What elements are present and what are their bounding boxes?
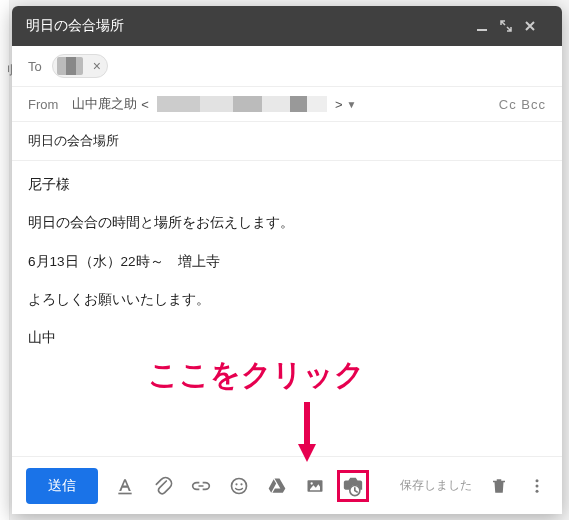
body-line: 明日の会合の時間と場所をお伝えします。: [28, 213, 546, 233]
sidebar-sliver: 刂: [0, 0, 10, 520]
body-line: 6月13日（水）22時～ 増上寺: [28, 252, 546, 272]
svg-point-9: [536, 484, 539, 487]
body-line: 山中: [28, 328, 546, 348]
minimize-icon[interactable]: [476, 20, 500, 32]
insert-emoji-icon[interactable]: [228, 475, 250, 497]
body-line: よろしくお願いいたします。: [28, 290, 546, 310]
to-row[interactable]: To ×: [12, 46, 562, 87]
compose-window: 明日の会合場所 To × From 山中鹿之助 < > ▼ Cc Bcc 明日: [12, 6, 562, 514]
close-icon[interactable]: [524, 20, 548, 32]
insert-link-icon[interactable]: [190, 475, 212, 497]
svg-point-2: [232, 478, 247, 493]
schedule-send-icon[interactable]: [342, 475, 364, 497]
from-name: 山中鹿之助: [72, 95, 137, 113]
svg-point-3: [235, 483, 237, 485]
from-dropdown-icon[interactable]: ▼: [347, 99, 357, 110]
to-label: To: [28, 59, 42, 74]
discard-draft-icon[interactable]: [488, 475, 510, 497]
from-label: From: [28, 97, 58, 112]
from-row[interactable]: From 山中鹿之助 < > ▼ Cc Bcc: [12, 87, 562, 122]
svg-rect-0: [477, 29, 487, 31]
cc-bcc-toggle[interactable]: Cc Bcc: [499, 97, 546, 112]
saved-status: 保存しました: [400, 477, 472, 494]
remove-chip-icon[interactable]: ×: [93, 58, 101, 74]
google-drive-icon[interactable]: [266, 475, 288, 497]
from-bracket-close: >: [335, 97, 343, 112]
send-button[interactable]: 送信: [26, 468, 98, 504]
window-title: 明日の会合場所: [26, 17, 476, 35]
subject-field[interactable]: 明日の会合場所: [12, 122, 562, 161]
svg-point-8: [536, 479, 539, 482]
attach-file-icon[interactable]: [152, 475, 174, 497]
format-text-icon[interactable]: [114, 475, 136, 497]
body-line: 尼子様: [28, 175, 546, 195]
more-options-icon[interactable]: [526, 475, 548, 497]
svg-point-4: [240, 483, 242, 485]
from-bracket-open: <: [141, 97, 149, 112]
svg-point-10: [536, 489, 539, 492]
svg-rect-1: [118, 492, 131, 494]
insert-photo-icon[interactable]: [304, 475, 326, 497]
avatar-icon: [57, 57, 83, 75]
expand-icon[interactable]: [500, 20, 524, 32]
toolbar: 送信 保存しました: [12, 456, 562, 514]
message-body[interactable]: 尼子様 明日の会合の時間と場所をお伝えします。 6月13日（水）22時～ 増上寺…: [12, 161, 562, 456]
recipient-chip[interactable]: ×: [52, 54, 108, 78]
from-email-redacted: [157, 96, 327, 112]
svg-point-6: [311, 482, 313, 484]
titlebar: 明日の会合場所: [12, 6, 562, 46]
